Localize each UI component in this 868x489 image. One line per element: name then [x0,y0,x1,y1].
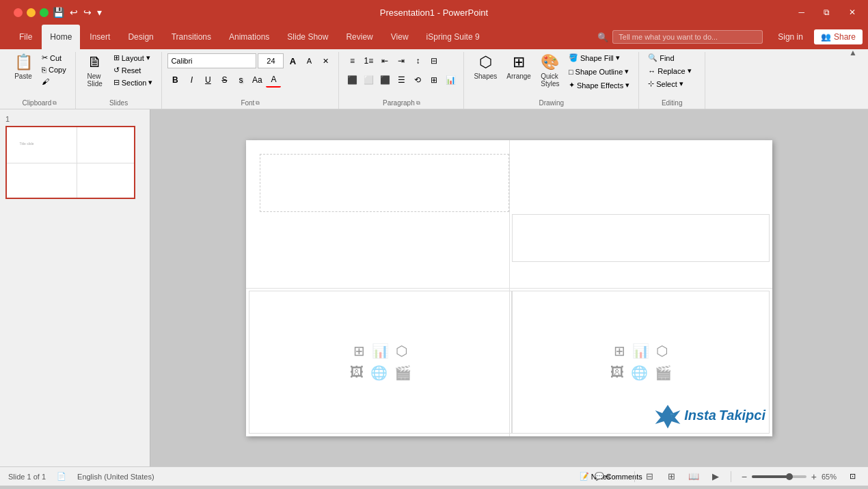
tab-animations[interactable]: Animations [221,25,277,49]
quick-styles-button[interactable]: 🎨 QuickStyles [537,52,564,89]
case-button[interactable]: Aa [249,72,265,88]
tab-file[interactable]: File [11,25,40,49]
comments-button[interactable]: 💬 Comments [611,469,626,484]
search-input[interactable] [612,30,763,44]
clipboard-expand-icon: ⧉ [53,100,57,107]
online-picture-icon[interactable]: 🌐 [631,365,648,381]
tab-ispring[interactable]: iSpring Suite 9 [418,25,488,49]
font-grow-button[interactable]: A [285,53,300,68]
title-placeholder[interactable] [260,154,509,212]
font-color-button[interactable]: A [266,72,281,88]
content-placeholder-tr[interactable] [512,214,770,262]
font-label[interactable]: Font ⧉ [241,98,260,109]
slide-sorter-button[interactable]: ⊞ [665,470,679,484]
fit-slide-button[interactable]: ⊡ [845,469,860,484]
arrange-button[interactable]: ⊞ Arrange [502,52,535,81]
slides-label[interactable]: Slides [109,98,128,109]
shapes-button[interactable]: ⬡ Shapes [470,52,501,81]
align-text-button[interactable]: ⊞ [426,72,442,88]
cut-button[interactable]: ✂Cut [38,52,70,64]
maximize-button[interactable] [40,8,49,17]
tab-insert[interactable]: Insert [81,25,118,49]
tab-review[interactable]: Review [338,25,381,49]
bullets-button[interactable]: ≡ [344,53,360,68]
paragraph-label[interactable]: Paragraph ⧉ [383,98,420,109]
increase-indent-button[interactable]: ⇥ [394,53,409,68]
align-center-button[interactable]: ⬜ [361,72,376,88]
underline-button[interactable]: U [200,72,215,88]
collapse-ribbon-button[interactable]: ▲ [846,24,860,81]
italic-button[interactable]: I [184,72,199,88]
shadow-button[interactable]: s [233,72,248,88]
select-button[interactable]: ⊹ Select ▾ [645,78,699,90]
columns-button[interactable]: ⊟ [426,53,442,68]
minimize-button[interactable] [27,8,36,17]
table-icon[interactable]: ⊞ [614,343,625,359]
slide-canvas[interactable]: ⊞ 📊 ⬡ 🖼 🌐 🎬 ⊞ 📊 ⬡ 🖼 [246,140,772,436]
strikethrough-button[interactable]: S [217,72,232,88]
font-size-input[interactable] [258,53,284,68]
slideshow-button[interactable]: ▶ [709,470,722,484]
bold-button[interactable]: B [167,72,182,88]
redo-button[interactable]: ↪ [82,5,93,19]
shape-outline-button[interactable]: □ Shape Outline ▾ [565,66,633,77]
tab-view[interactable]: View [383,25,417,49]
numbering-button[interactable]: 1≡ [361,53,376,68]
zoom-in-button[interactable]: + [809,471,819,482]
save-button[interactable]: 💾 [51,5,66,19]
tab-transitions[interactable]: Transitions [163,25,219,49]
zoom-slider[interactable] [752,475,806,478]
find-button[interactable]: 🔍 Find [645,52,699,64]
paste-icon: 📋 [14,53,33,71]
video-icon-l[interactable]: 🎬 [394,365,411,381]
close-window-button[interactable]: ✕ [845,6,860,18]
paste-button[interactable]: 📋 Paste [10,52,37,81]
align-left-button[interactable]: ⬛ [344,72,360,88]
normal-view-button[interactable]: ⊟ [643,470,657,484]
clipboard-label[interactable]: Clipboard ⧉ [22,98,57,109]
content-placeholder-bl[interactable]: ⊞ 📊 ⬡ 🖼 🌐 🎬 [249,291,512,434]
minimize-window-button[interactable]: ─ [794,6,809,18]
decrease-indent-button[interactable]: ⇤ [377,53,392,68]
replace-button[interactable]: ↔ Replace ▾ [645,65,699,77]
customize-button[interactable]: ▾ [96,5,103,19]
smartart-icon[interactable]: ⬡ [656,343,668,359]
new-slide-button[interactable]: 🗎 NewSlide [81,52,109,89]
font-name-input[interactable] [167,53,256,68]
close-button[interactable] [14,8,23,17]
restore-window-button[interactable]: ⧉ [819,6,834,18]
signin-button[interactable]: Sign in [771,29,810,44]
copy-button[interactable]: ⎘Copy [38,64,70,75]
layout-button[interactable]: ⊞ Layout ▾ [110,52,157,64]
smartart-button[interactable]: 📊 [443,72,458,88]
picture-icon-l[interactable]: 🖼 [350,365,364,381]
reading-view-button[interactable]: 📖 [687,470,701,484]
zoom-out-button[interactable]: − [740,471,749,482]
video-icon[interactable]: 🎬 [655,365,672,381]
text-direction-button[interactable]: ⟲ [410,72,425,88]
online-picture-icon-l[interactable]: 🌐 [370,365,388,381]
drawing-label[interactable]: Drawing [539,98,564,109]
picture-icon[interactable]: 🖼 [610,365,624,381]
editing-label[interactable]: Editing [662,98,683,109]
format-painter-button[interactable]: 🖌 [38,76,70,87]
table-icon-l[interactable]: ⊞ [353,343,365,359]
chart-icon-l[interactable]: 📊 [372,343,389,359]
tab-home[interactable]: Home [42,25,80,49]
smartart-icon-l[interactable]: ⬡ [396,343,407,359]
shape-fill-button[interactable]: 🪣 Shape Fill ▾ [565,52,633,64]
tab-design[interactable]: Design [120,25,161,49]
slide-thumbnail[interactable]: Title slide [5,126,135,199]
chart-icon[interactable]: 📊 [632,343,649,359]
align-right-button[interactable]: ⬛ [377,72,392,88]
undo-button[interactable]: ↩ [68,5,79,19]
section-button[interactable]: ⊟ Section ▾ [110,77,157,88]
line-spacing-button[interactable]: ↕ [410,53,425,68]
clear-formatting-button[interactable]: ✕ [318,53,333,68]
justify-button[interactable]: ☰ [394,72,409,88]
font-shrink-button[interactable]: A [301,53,316,68]
font-row2: B I U S s Aa A [167,71,281,89]
reset-button[interactable]: ↺ Reset [110,64,157,76]
tab-slideshow[interactable]: Slide Show [279,25,336,49]
shape-effects-button[interactable]: ✦ Shape Effects ▾ [565,79,633,91]
